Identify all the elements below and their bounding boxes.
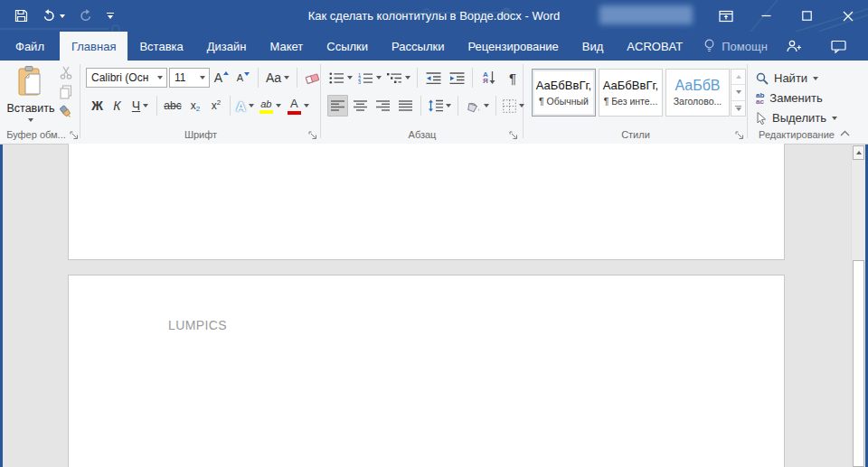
font-name-combo[interactable]: Calibri (Осн: [86, 68, 167, 88]
clipboard-mini-buttons: [56, 66, 76, 119]
multilevel-list-button[interactable]: [385, 68, 412, 88]
collapse-ribbon-button[interactable]: [837, 126, 852, 139]
align-center-button[interactable]: [350, 95, 371, 117]
tab-design[interactable]: Дизайн: [195, 32, 259, 61]
font-size-value: 11: [170, 71, 195, 84]
vertical-scrollbar[interactable]: [851, 145, 865, 467]
multilevel-list-icon: [387, 72, 402, 84]
align-left-button[interactable]: [327, 95, 348, 117]
borders-button[interactable]: [501, 95, 526, 117]
shrink-font-glyph: A: [237, 72, 243, 83]
shading-button[interactable]: [463, 95, 491, 117]
text-effects-button[interactable]: A: [234, 95, 256, 117]
document-page-1[interactable]: [68, 144, 785, 260]
clipboard-dialog-launcher-icon[interactable]: [69, 130, 79, 140]
select-button[interactable]: Выделить: [756, 108, 837, 127]
tab-file[interactable]: Файл: [0, 32, 60, 61]
page-header-text[interactable]: LUMPICS: [168, 318, 227, 332]
scrollbar-thumb[interactable]: [853, 260, 864, 467]
strikethrough-button[interactable]: abc: [161, 95, 184, 117]
align-right-button[interactable]: [373, 95, 393, 117]
change-case-button[interactable]: Aa: [263, 68, 292, 88]
document-area[interactable]: LUMPICS: [0, 145, 868, 467]
redo-button[interactable]: [79, 9, 93, 23]
grow-font-button[interactable]: A: [212, 68, 231, 88]
paste-dropdown-caret[interactable]: [28, 118, 33, 122]
styles-scroll-down-button[interactable]: [731, 85, 745, 100]
minimize-button[interactable]: [746, 0, 787, 32]
bold-button[interactable]: Ж: [88, 95, 107, 117]
tab-mailings[interactable]: Рассылки: [380, 32, 456, 61]
style-heading1[interactable]: АаБбВ Заголово...: [665, 69, 730, 117]
group-separator: [747, 64, 748, 138]
font-size-caret[interactable]: [195, 69, 209, 87]
justify-button[interactable]: [395, 95, 416, 117]
text-highlight-button[interactable]: ab: [257, 95, 284, 117]
close-button[interactable]: [827, 0, 868, 32]
pilcrow-glyph: ¶: [509, 70, 516, 86]
sort-button[interactable]: А Я: [477, 68, 501, 88]
quick-access-toolbar: [14, 0, 114, 32]
select-dropdown-caret[interactable]: [832, 117, 837, 120]
redacted-account-name: [599, 5, 693, 24]
tabrow-right-icons: [786, 32, 868, 61]
undo-dropdown-caret[interactable]: [60, 14, 65, 18]
tab-review[interactable]: Рецензирование: [456, 32, 570, 61]
undo-button[interactable]: [42, 9, 65, 23]
font-name-value: Calibri (Осн: [87, 71, 153, 84]
comments-icon[interactable]: [831, 40, 846, 53]
find-button[interactable]: Найти: [756, 69, 837, 88]
save-button[interactable]: [14, 9, 28, 23]
styles-gallery-expand-button[interactable]: [731, 101, 745, 116]
style-normal[interactable]: АаБбВвГг, ¶ Обычный: [532, 69, 596, 117]
subscript-button[interactable]: x 2: [185, 95, 205, 117]
italic-button[interactable]: К: [108, 95, 127, 117]
scrollbar-up-button[interactable]: [853, 145, 864, 160]
ribbon-display-options-button[interactable]: [705, 0, 746, 32]
styles-gallery-scroll: [731, 69, 746, 117]
cut-icon[interactable]: [59, 66, 74, 79]
format-painter-icon[interactable]: [59, 105, 74, 119]
underline-button[interactable]: Ч: [127, 95, 153, 117]
tab-references[interactable]: Ссылки: [315, 32, 380, 61]
shrink-font-button[interactable]: A: [233, 68, 253, 88]
numbering-icon: 123: [358, 72, 373, 84]
maximize-button[interactable]: [787, 0, 827, 32]
increase-indent-button[interactable]: [446, 68, 467, 88]
font-color-button[interactable]: A: [285, 95, 312, 117]
styles-dialog-launcher-icon[interactable]: [734, 130, 744, 140]
replace-button[interactable]: ab ac Заменить: [756, 89, 837, 107]
tab-home[interactable]: Главная: [60, 32, 127, 61]
share-icon[interactable]: [786, 39, 802, 53]
tab-insert[interactable]: Вставка: [127, 32, 194, 61]
style-no-spacing[interactable]: АаБбВвГг, ¶ Без инте...: [599, 69, 663, 117]
customize-qat-button[interactable]: [107, 13, 114, 20]
styles-scroll-up-button[interactable]: [731, 70, 745, 85]
subscript-n: 2: [196, 105, 200, 113]
font-size-combo[interactable]: 11: [169, 68, 210, 88]
copy-icon[interactable]: [59, 85, 73, 99]
sort-letter-z: Я: [483, 78, 488, 84]
bullets-button[interactable]: [327, 68, 354, 88]
line-spacing-icon: [428, 99, 443, 112]
tab-acrobat[interactable]: ACROBAT: [615, 32, 694, 61]
paragraph-dialog-launcher-icon[interactable]: [508, 130, 518, 140]
window-controls: [705, 0, 868, 32]
lightbulb-icon: [703, 39, 715, 53]
tab-layout[interactable]: Макет: [258, 32, 315, 61]
font-group-label: Шрифт: [81, 129, 320, 140]
show-marks-button[interactable]: ¶: [503, 68, 523, 88]
document-page-2[interactable]: LUMPICS: [68, 275, 785, 467]
decrease-indent-button[interactable]: [422, 68, 444, 88]
tab-view[interactable]: Вид: [571, 32, 616, 61]
superscript-button[interactable]: x 2: [206, 95, 226, 117]
numbering-button[interactable]: 123: [356, 68, 383, 88]
clear-formatting-button[interactable]: [302, 68, 324, 88]
tell-me-assistant[interactable]: Помощн: [694, 32, 777, 61]
font-name-caret[interactable]: [153, 69, 166, 87]
font-dialog-launcher-icon[interactable]: [307, 130, 317, 140]
find-dropdown-caret[interactable]: [813, 77, 818, 80]
line-spacing-button[interactable]: [426, 95, 453, 117]
highlight-glyph: ab: [260, 98, 271, 109]
strikethrough-glyph: abc: [164, 99, 181, 112]
